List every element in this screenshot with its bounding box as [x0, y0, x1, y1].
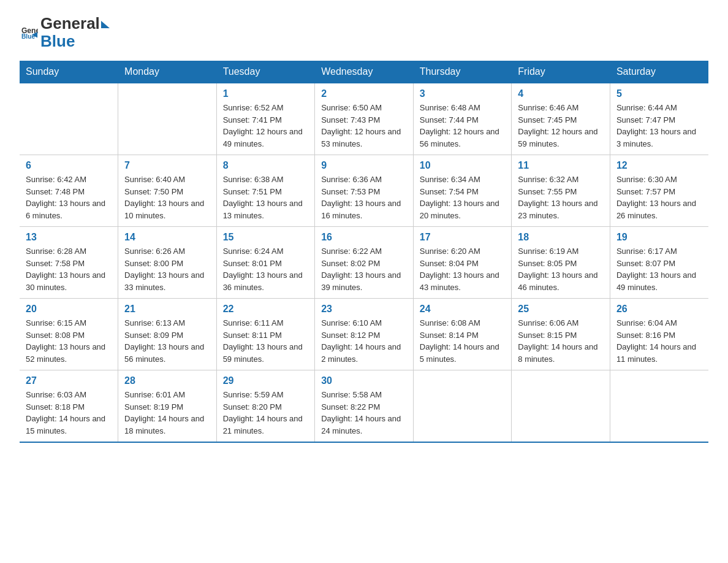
day-number: 8 — [223, 160, 309, 171]
day-number: 29 — [223, 375, 309, 386]
weekday-header-tuesday: Tuesday — [216, 61, 315, 83]
day-number: 17 — [420, 232, 506, 243]
calendar-cell: 20Sunrise: 6:15 AMSunset: 8:08 PMDayligh… — [20, 299, 118, 370]
day-info: Sunrise: 6:11 AMSunset: 8:11 PMDaylight:… — [223, 317, 309, 365]
calendar-cell — [610, 370, 708, 443]
day-info: Sunrise: 6:46 AMSunset: 7:45 PMDaylight:… — [518, 102, 604, 150]
calendar-cell: 24Sunrise: 6:08 AMSunset: 8:14 PMDayligh… — [413, 299, 512, 370]
day-number: 23 — [321, 304, 407, 315]
calendar-cell: 11Sunrise: 6:32 AMSunset: 7:55 PMDayligh… — [512, 155, 610, 227]
day-info: Sunrise: 6:13 AMSunset: 8:09 PMDaylight:… — [124, 317, 210, 365]
day-info: Sunrise: 6:44 AMSunset: 7:47 PMDaylight:… — [616, 102, 702, 150]
calendar-header: SundayMondayTuesdayWednesdayThursdayFrid… — [20, 61, 708, 83]
calendar-cell: 2Sunrise: 6:50 AMSunset: 7:43 PMDaylight… — [315, 83, 414, 155]
day-info: Sunrise: 6:48 AMSunset: 7:44 PMDaylight:… — [420, 102, 506, 150]
calendar-cell: 22Sunrise: 6:11 AMSunset: 8:11 PMDayligh… — [216, 299, 315, 370]
day-number: 11 — [518, 160, 604, 171]
logo: General Blue General Blue — [20, 15, 109, 50]
day-number: 7 — [124, 160, 210, 171]
day-number: 26 — [616, 304, 702, 315]
calendar-cell: 12Sunrise: 6:30 AMSunset: 7:57 PMDayligh… — [610, 155, 708, 227]
calendar-table: SundayMondayTuesdayWednesdayThursdayFrid… — [20, 61, 708, 443]
weekday-header-friday: Friday — [512, 61, 610, 83]
day-number: 19 — [616, 232, 702, 243]
calendar-cell: 14Sunrise: 6:26 AMSunset: 8:00 PMDayligh… — [118, 227, 217, 299]
day-info: Sunrise: 6:08 AMSunset: 8:14 PMDaylight:… — [420, 317, 506, 365]
day-number: 16 — [321, 232, 407, 243]
calendar-cell: 1Sunrise: 6:52 AMSunset: 7:41 PMDaylight… — [216, 83, 315, 155]
day-info: Sunrise: 6:15 AMSunset: 8:08 PMDaylight:… — [26, 317, 112, 365]
day-info: Sunrise: 6:40 AMSunset: 7:50 PMDaylight:… — [124, 174, 210, 221]
day-number: 14 — [124, 232, 210, 243]
calendar-cell: 25Sunrise: 6:06 AMSunset: 8:15 PMDayligh… — [512, 299, 610, 370]
day-number: 6 — [26, 160, 112, 171]
day-info: Sunrise: 6:42 AMSunset: 7:48 PMDaylight:… — [26, 174, 112, 221]
day-number: 27 — [26, 375, 112, 386]
day-info: Sunrise: 5:58 AMSunset: 8:22 PMDaylight:… — [321, 389, 407, 437]
calendar-cell: 9Sunrise: 6:36 AMSunset: 7:53 PMDaylight… — [315, 155, 414, 227]
logo-icon: General Blue — [21, 24, 38, 41]
day-info: Sunrise: 6:26 AMSunset: 8:00 PMDaylight:… — [124, 245, 210, 293]
day-number: 22 — [223, 304, 309, 315]
day-info: Sunrise: 6:22 AMSunset: 8:02 PMDaylight:… — [321, 245, 407, 293]
calendar-cell: 3Sunrise: 6:48 AMSunset: 7:44 PMDaylight… — [413, 83, 512, 155]
calendar-cell: 7Sunrise: 6:40 AMSunset: 7:50 PMDaylight… — [118, 155, 217, 227]
day-info: Sunrise: 6:20 AMSunset: 8:04 PMDaylight:… — [420, 245, 506, 293]
day-number: 21 — [124, 304, 210, 315]
weekday-header-saturday: Saturday — [610, 61, 708, 83]
weekday-header-row: SundayMondayTuesdayWednesdayThursdayFrid… — [20, 61, 708, 83]
calendar-cell: 19Sunrise: 6:17 AMSunset: 8:07 PMDayligh… — [610, 227, 708, 299]
day-number: 1 — [223, 88, 309, 99]
day-number: 9 — [321, 160, 407, 171]
day-number: 12 — [616, 160, 702, 171]
day-number: 20 — [26, 304, 112, 315]
weekday-header-sunday: Sunday — [20, 61, 118, 83]
day-number: 25 — [518, 304, 604, 315]
day-info: Sunrise: 6:28 AMSunset: 7:58 PMDaylight:… — [26, 245, 112, 293]
day-info: Sunrise: 6:19 AMSunset: 8:05 PMDaylight:… — [518, 245, 604, 293]
day-info: Sunrise: 6:52 AMSunset: 7:41 PMDaylight:… — [223, 102, 309, 150]
calendar-week-4: 20Sunrise: 6:15 AMSunset: 8:08 PMDayligh… — [20, 299, 708, 370]
calendar-cell: 17Sunrise: 6:20 AMSunset: 8:04 PMDayligh… — [413, 227, 512, 299]
calendar-week-3: 13Sunrise: 6:28 AMSunset: 7:58 PMDayligh… — [20, 227, 708, 299]
day-info: Sunrise: 6:30 AMSunset: 7:57 PMDaylight:… — [616, 174, 702, 221]
day-info: Sunrise: 6:50 AMSunset: 7:43 PMDaylight:… — [321, 102, 407, 150]
day-info: Sunrise: 6:32 AMSunset: 7:55 PMDaylight:… — [518, 174, 604, 221]
day-number: 24 — [420, 304, 506, 315]
calendar-week-1: 1Sunrise: 6:52 AMSunset: 7:41 PMDaylight… — [20, 83, 708, 155]
day-info: Sunrise: 6:17 AMSunset: 8:07 PMDaylight:… — [616, 245, 702, 293]
day-number: 4 — [518, 88, 604, 99]
day-info: Sunrise: 5:59 AMSunset: 8:20 PMDaylight:… — [223, 389, 309, 437]
day-info: Sunrise: 6:03 AMSunset: 8:18 PMDaylight:… — [26, 389, 112, 437]
svg-text:Blue: Blue — [21, 33, 36, 40]
day-number: 3 — [420, 88, 506, 99]
day-number: 10 — [420, 160, 506, 171]
day-info: Sunrise: 6:10 AMSunset: 8:12 PMDaylight:… — [321, 317, 407, 365]
calendar-cell: 10Sunrise: 6:34 AMSunset: 7:54 PMDayligh… — [413, 155, 512, 227]
calendar-cell: 16Sunrise: 6:22 AMSunset: 8:02 PMDayligh… — [315, 227, 414, 299]
weekday-header-monday: Monday — [118, 61, 217, 83]
logo-blue: Blue — [40, 33, 109, 50]
calendar-body: 1Sunrise: 6:52 AMSunset: 7:41 PMDaylight… — [20, 83, 708, 442]
day-number: 5 — [616, 88, 702, 99]
calendar-cell — [413, 370, 512, 443]
page-header: General Blue General Blue — [20, 15, 708, 50]
calendar-cell: 21Sunrise: 6:13 AMSunset: 8:09 PMDayligh… — [118, 299, 217, 370]
calendar-cell: 4Sunrise: 6:46 AMSunset: 7:45 PMDaylight… — [512, 83, 610, 155]
calendar-cell: 6Sunrise: 6:42 AMSunset: 7:48 PMDaylight… — [20, 155, 118, 227]
calendar-cell: 26Sunrise: 6:04 AMSunset: 8:16 PMDayligh… — [610, 299, 708, 370]
calendar-cell: 27Sunrise: 6:03 AMSunset: 8:18 PMDayligh… — [20, 370, 118, 443]
calendar-cell: 8Sunrise: 6:38 AMSunset: 7:51 PMDaylight… — [216, 155, 315, 227]
day-number: 13 — [26, 232, 112, 243]
weekday-header-thursday: Thursday — [413, 61, 512, 83]
calendar-cell: 13Sunrise: 6:28 AMSunset: 7:58 PMDayligh… — [20, 227, 118, 299]
day-info: Sunrise: 6:34 AMSunset: 7:54 PMDaylight:… — [420, 174, 506, 221]
logo-general: General — [40, 15, 109, 33]
calendar-week-5: 27Sunrise: 6:03 AMSunset: 8:18 PMDayligh… — [20, 370, 708, 443]
weekday-header-wednesday: Wednesday — [315, 61, 414, 83]
day-info: Sunrise: 6:01 AMSunset: 8:19 PMDaylight:… — [124, 389, 210, 437]
calendar-cell: 30Sunrise: 5:58 AMSunset: 8:22 PMDayligh… — [315, 370, 414, 443]
day-number: 30 — [321, 375, 407, 386]
calendar-cell: 15Sunrise: 6:24 AMSunset: 8:01 PMDayligh… — [216, 227, 315, 299]
day-info: Sunrise: 6:36 AMSunset: 7:53 PMDaylight:… — [321, 174, 407, 221]
